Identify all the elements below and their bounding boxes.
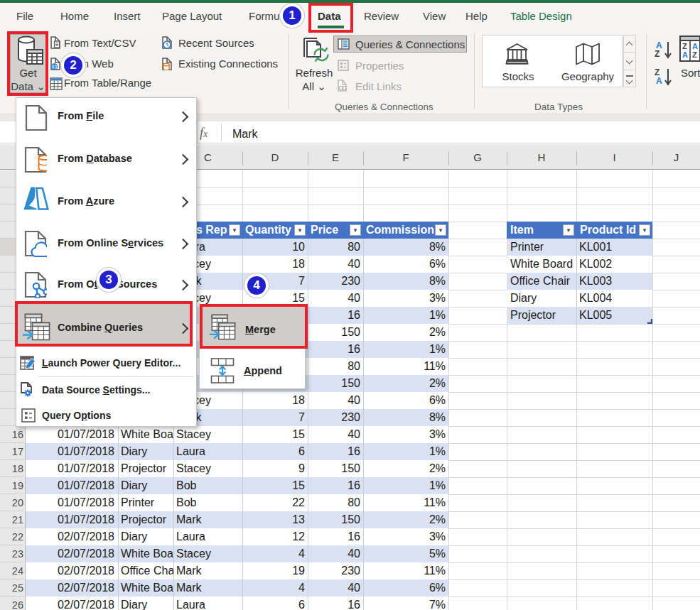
svg-text:Z: Z [692, 50, 697, 59]
svg-text:A: A [682, 50, 688, 59]
svg-text:Z: Z [682, 42, 687, 50]
svg-text:A: A [692, 42, 698, 50]
